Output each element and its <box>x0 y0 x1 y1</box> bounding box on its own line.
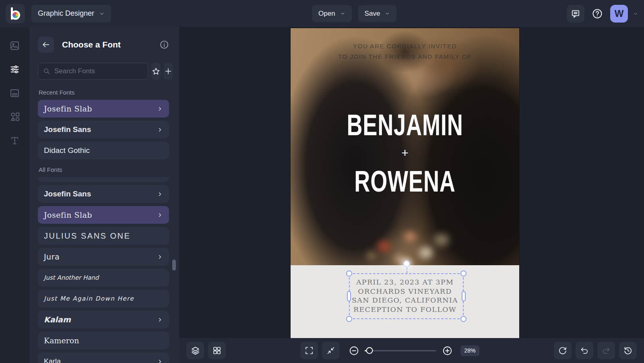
help-button[interactable] <box>589 6 605 22</box>
plus-separator[interactable]: + <box>291 146 519 160</box>
panel-title: Choose a Font <box>62 40 121 50</box>
history-icon <box>623 346 633 355</box>
chevron-right-icon[interactable] <box>157 359 163 363</box>
reset-button[interactable] <box>554 342 572 359</box>
plus-icon <box>164 67 173 76</box>
intro-text[interactable]: YOU ARE CORDIALLY INVITED TO JOIN THE FR… <box>291 41 519 62</box>
font-label: Just Me Again Down Here <box>44 295 134 302</box>
chevron-down-icon <box>99 11 105 16</box>
search-icon <box>43 67 51 75</box>
account-chevron-icon[interactable] <box>633 11 638 16</box>
name-rowena[interactable]: ROWENA <box>311 164 499 198</box>
wedding-photo[interactable]: YOU ARE CORDIALLY INVITED TO JOIN THE FR… <box>291 28 519 265</box>
font-item-julius-sans-one[interactable]: JULIUS SANS ONE <box>38 227 169 245</box>
info-button[interactable] <box>159 40 169 50</box>
arrow-left-icon <box>41 40 50 49</box>
panel-scrollbar-thumb[interactable] <box>172 260 176 270</box>
image-icon <box>9 40 20 51</box>
feedback-icon <box>570 8 581 19</box>
back-button[interactable] <box>38 37 54 53</box>
fit-screen-button[interactable] <box>322 342 340 359</box>
search-box[interactable] <box>38 63 148 80</box>
favorites-button[interactable] <box>151 63 161 80</box>
top-bar: Graphic Designer Open Save W <box>0 0 644 27</box>
layer-tools <box>186 342 226 359</box>
add-font-button[interactable] <box>164 63 173 80</box>
font-item-josefin-sans[interactable]: Josefin Sans <box>38 185 169 203</box>
resize-handle-left[interactable] <box>347 291 351 301</box>
chevron-right-icon[interactable] <box>157 106 163 112</box>
chevron-right-icon[interactable] <box>157 127 163 133</box>
template-card-icon <box>9 88 20 99</box>
text-selection-box[interactable] <box>349 273 464 319</box>
font-label: Didact Gothic <box>44 146 90 155</box>
font-label: Kameron <box>44 336 79 345</box>
fit-screen-icon <box>326 346 336 355</box>
fullscreen-button[interactable] <box>300 342 318 359</box>
font-item-just-another-hand[interactable]: Just Another Hand <box>38 269 169 287</box>
chevron-right-icon[interactable] <box>157 191 163 197</box>
name-benjamin[interactable]: BENJAMIN <box>311 107 499 142</box>
layers-button[interactable] <box>186 342 204 359</box>
account-avatar[interactable]: W <box>610 5 628 23</box>
resize-handle-top-right[interactable] <box>460 270 466 276</box>
resize-handle-bottom-right[interactable] <box>460 316 466 322</box>
font-item-josefin-sans-recent[interactable]: Josefin Sans <box>38 121 169 138</box>
chevron-right-icon[interactable] <box>157 317 163 323</box>
templates-tab[interactable] <box>7 85 23 101</box>
help-icon <box>592 8 603 19</box>
font-item-didact-gothic[interactable]: Didact Gothic <box>38 142 169 159</box>
text-tab[interactable] <box>7 132 23 148</box>
app-switcher-label: Graphic Designer <box>38 9 94 18</box>
befunky-logo[interactable] <box>6 4 25 23</box>
zoom-percent-value[interactable]: 28% <box>460 345 479 356</box>
bouquet-graphic <box>353 217 457 265</box>
feedback-button[interactable] <box>567 5 584 23</box>
font-item-jura[interactable]: Jura <box>38 248 169 266</box>
chevron-right-icon[interactable] <box>157 254 163 260</box>
font-item-kalam[interactable]: Kalam <box>38 311 169 328</box>
font-item-just-me-again-down-here[interactable]: Just Me Again Down Here <box>38 290 169 307</box>
font-item-josefin-slab[interactable]: Josefin Slab <box>38 206 169 224</box>
font-label: Jura <box>44 252 60 261</box>
font-label: Karla <box>44 357 61 363</box>
font-panel-header: Choose a Font <box>38 37 169 53</box>
history-tools <box>554 342 637 359</box>
invitation-design[interactable]: YOU ARE CORDIALLY INVITED TO JOIN THE FR… <box>291 28 519 338</box>
pages-button[interactable] <box>208 342 226 359</box>
zoom-in-button[interactable] <box>440 343 455 358</box>
zoom-slider[interactable] <box>365 350 436 351</box>
open-button[interactable]: Open <box>312 5 352 22</box>
resize-handle-top-left[interactable] <box>346 270 352 276</box>
layers-icon <box>190 346 200 356</box>
font-search-row <box>38 63 169 80</box>
chevron-right-icon[interactable] <box>157 212 163 218</box>
canvas-workspace[interactable]: YOU ARE CORDIALLY INVITED TO JOIN THE FR… <box>179 27 644 338</box>
resize-handle-right[interactable] <box>462 291 466 301</box>
intro-line-1: YOU ARE CORDIALLY INVITED <box>291 41 519 52</box>
undo-button[interactable] <box>576 342 593 359</box>
history-button[interactable] <box>619 342 637 359</box>
text-icon <box>9 135 20 146</box>
font-item-clipped[interactable] <box>38 177 169 182</box>
redo-button[interactable] <box>597 342 615 359</box>
zoom-in-icon <box>442 345 453 356</box>
save-button[interactable]: Save <box>358 5 397 22</box>
zoom-out-button[interactable] <box>346 343 361 358</box>
avatar-initial: W <box>615 8 624 19</box>
zoom-slider-knob[interactable] <box>366 347 373 354</box>
search-input[interactable] <box>54 67 143 75</box>
zoom-out-icon <box>349 345 359 356</box>
font-label: Josefin Sans <box>44 125 91 134</box>
resize-handle-bottom-left[interactable] <box>346 316 352 322</box>
graphics-tab[interactable] <box>7 109 23 125</box>
font-item-kameron[interactable]: Kameron <box>38 332 169 349</box>
app-switcher-button[interactable]: Graphic Designer <box>31 5 111 23</box>
font-item-josefin-slab-recent[interactable]: Josefin Slab <box>38 100 169 118</box>
image-manager-tab[interactable] <box>7 37 23 54</box>
rotate-handle[interactable] <box>403 260 410 267</box>
edit-tab[interactable] <box>7 61 23 77</box>
font-label: JULIUS SANS ONE <box>44 231 130 241</box>
font-label: Josefin Slab <box>44 210 92 219</box>
font-item-karla[interactable]: Karla <box>38 353 169 363</box>
